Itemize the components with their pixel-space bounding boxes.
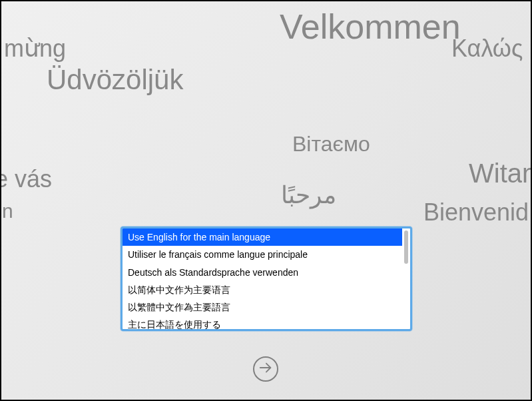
language-select-listbox[interactable]: Use English for the main languageUtilise… xyxy=(121,226,412,331)
language-list[interactable]: Use English for the main languageUtilise… xyxy=(123,228,402,329)
welcome-word: Вітаємо xyxy=(292,132,370,157)
language-option[interactable]: Use English for the main language xyxy=(123,228,402,246)
scrollbar-thumb[interactable] xyxy=(404,230,408,264)
arrow-right-icon xyxy=(258,360,273,378)
welcome-word: Üdvözöljük xyxy=(47,64,183,96)
language-option[interactable]: 以繁體中文作為主要語言 xyxy=(123,298,402,316)
welcome-word: e vás xyxy=(0,165,52,193)
welcome-word: Καλώς xyxy=(451,35,523,63)
next-button[interactable] xyxy=(253,356,278,382)
welcome-word: Velkommen xyxy=(280,7,461,47)
welcome-word: Bienvenid xyxy=(423,199,529,226)
welcome-word: Witan xyxy=(469,159,532,189)
language-option[interactable]: 以简体中文作为主要语言 xyxy=(123,281,402,298)
welcome-word: mừng xyxy=(4,35,66,63)
welcome-word: مرحبًا xyxy=(281,181,336,209)
language-option[interactable]: 主に日本語を使用する xyxy=(123,316,402,329)
language-option[interactable]: Deutsch als Standardsprache verwenden xyxy=(123,264,402,281)
language-option[interactable]: Utiliser le français comme langue princi… xyxy=(123,246,402,263)
welcome-word: n xyxy=(2,200,13,222)
